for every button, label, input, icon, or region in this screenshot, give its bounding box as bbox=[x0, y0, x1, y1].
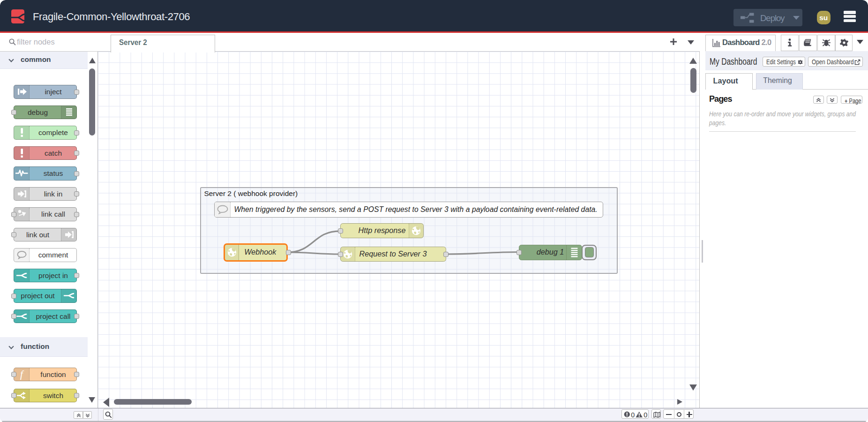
svg-text:f: f bbox=[20, 369, 24, 380]
